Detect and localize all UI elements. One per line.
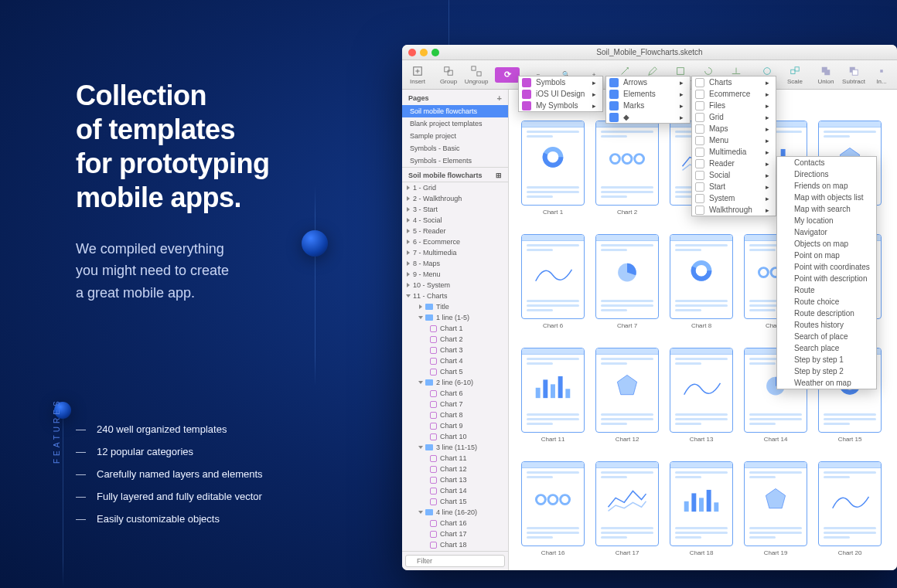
layer-group[interactable]: 9 - Menu bbox=[402, 269, 508, 280]
menu-item[interactable]: ◆▸ bbox=[606, 111, 690, 123]
menu-item[interactable]: Walkthrough▸ bbox=[692, 204, 776, 216]
menu-item[interactable]: My Symbols▸ bbox=[519, 100, 602, 111]
symbols-submenu-1[interactable]: Arrows▸Elements▸Marks▸◆▸ bbox=[605, 76, 691, 124]
layer-artboard[interactable]: Chart 17 bbox=[402, 529, 508, 539]
canvas-artboard[interactable]: Chart 12 bbox=[595, 348, 659, 443]
menu-item[interactable]: Map with search bbox=[777, 203, 876, 215]
menu-item[interactable]: Start▸ bbox=[692, 181, 776, 192]
layer-group[interactable]: 2 - Walkthrough bbox=[402, 193, 508, 204]
filter-input[interactable] bbox=[405, 555, 505, 567]
layer-group[interactable]: 8 - Maps bbox=[402, 258, 508, 269]
layer-artboard[interactable]: Chart 2 bbox=[402, 334, 508, 345]
layer-artboard[interactable]: Chart 6 bbox=[402, 388, 508, 399]
layer-group[interactable]: 3 - Start bbox=[402, 204, 508, 215]
page-item[interactable]: Blank project templates bbox=[402, 117, 508, 130]
menu-item[interactable]: Step by step 1 bbox=[777, 354, 876, 365]
page-item[interactable]: Symbols - Elements bbox=[402, 155, 508, 167]
menu-item[interactable]: Point with coordinates bbox=[777, 261, 876, 273]
intersect-button[interactable]: In... bbox=[869, 62, 894, 88]
menu-item[interactable]: Reader▸ bbox=[692, 158, 776, 169]
canvas-artboard[interactable]: Chart 16 bbox=[521, 461, 585, 556]
menu-item[interactable]: Files▸ bbox=[692, 100, 776, 111]
layer-folder[interactable]: 2 line (6-10) bbox=[402, 377, 508, 388]
union-button[interactable]: Union bbox=[813, 62, 838, 88]
layer-artboard[interactable]: Chart 10 bbox=[402, 431, 508, 442]
menu-item[interactable]: Directions bbox=[777, 168, 876, 180]
menu-item[interactable]: Charts▸ bbox=[692, 76, 776, 88]
close-icon[interactable] bbox=[408, 49, 416, 56]
canvas-artboard[interactable]: Chart 13 bbox=[670, 348, 733, 443]
layer-artboard[interactable]: Chart 4 bbox=[402, 355, 508, 366]
menu-item[interactable]: Multimedia▸ bbox=[692, 146, 776, 158]
symbols-submenu-2[interactable]: Charts▸Ecommerce▸Files▸Grid▸Maps▸Menu▸Mu… bbox=[691, 76, 776, 216]
layer-artboard[interactable]: Chart 9 bbox=[402, 420, 508, 431]
menu-item[interactable]: Maps▸ bbox=[692, 123, 776, 134]
menu-item[interactable]: Marks▸ bbox=[606, 100, 690, 111]
layer-artboard[interactable]: Chart 8 bbox=[402, 410, 508, 420]
menu-item[interactable]: My location bbox=[777, 215, 876, 226]
menu-item[interactable]: iOS UI Design▸ bbox=[519, 88, 602, 100]
menu-item[interactable]: Elements▸ bbox=[606, 88, 690, 100]
menu-item[interactable]: Point on map bbox=[777, 250, 876, 261]
layer-artboard[interactable]: Chart 12 bbox=[402, 464, 508, 474]
symbols-menu[interactable]: Symbols▸iOS UI Design▸My Symbols▸ bbox=[518, 76, 603, 112]
canvas-artboard[interactable]: Chart 20 bbox=[818, 461, 882, 556]
minimize-icon[interactable] bbox=[420, 49, 428, 56]
canvas-artboard[interactable]: Chart 19 bbox=[744, 461, 807, 556]
menu-item[interactable]: System▸ bbox=[692, 192, 776, 204]
subtract-button[interactable]: Subtract bbox=[841, 62, 866, 88]
menu-item[interactable]: Symbols▸ bbox=[519, 76, 602, 88]
menu-item[interactable]: Ecommerce▸ bbox=[692, 88, 776, 100]
layer-artboard[interactable]: Chart 14 bbox=[402, 485, 508, 496]
menu-item[interactable]: Point with description bbox=[777, 273, 876, 284]
menu-item[interactable]: Route bbox=[777, 284, 876, 296]
layer-artboard[interactable]: Chart 3 bbox=[402, 345, 508, 355]
page-item[interactable]: Symbols - Basic bbox=[402, 142, 508, 155]
grid-icon[interactable]: ⊞ bbox=[496, 172, 502, 179]
page-item[interactable]: Soil mobile flowcharts bbox=[402, 105, 508, 117]
layer-artboard[interactable]: Chart 13 bbox=[402, 474, 508, 485]
layer-group[interactable]: 4 - Social bbox=[402, 215, 508, 226]
scale-button[interactable]: Scale bbox=[783, 62, 807, 88]
layer-artboard[interactable]: Chart 16 bbox=[402, 518, 508, 529]
menu-item[interactable]: Step by step 2 bbox=[777, 365, 876, 377]
layer-group[interactable]: 1 - Grid bbox=[402, 182, 508, 193]
symbols-submenu-3[interactable]: ContactsDirectionsFriends on mapMap with… bbox=[776, 156, 877, 389]
layer-folder[interactable]: 1 line (1-5) bbox=[402, 312, 508, 323]
canvas-artboard[interactable]: Chart 11 bbox=[521, 348, 585, 443]
layer-group[interactable]: 7 - Multimedia bbox=[402, 247, 508, 258]
menu-item[interactable]: Search of place bbox=[777, 331, 876, 342]
canvas-artboard[interactable]: Chart 6 bbox=[521, 234, 585, 329]
canvas-artboard[interactable]: Chart 17 bbox=[595, 461, 659, 556]
layer-folder[interactable]: 3 line (11-15) bbox=[402, 442, 508, 453]
layer-artboard[interactable]: Chart 5 bbox=[402, 366, 508, 377]
layer-artboard[interactable]: Chart 7 bbox=[402, 399, 508, 410]
layer-group[interactable]: 5 - Reader bbox=[402, 226, 508, 236]
layer-artboard[interactable]: Chart 1 bbox=[402, 323, 508, 334]
menu-item[interactable]: Route choice bbox=[777, 296, 876, 308]
layer-folder[interactable]: Title bbox=[402, 301, 508, 312]
menu-item[interactable]: Grid▸ bbox=[692, 111, 776, 123]
layer-group[interactable]: 10 - System bbox=[402, 280, 508, 291]
menu-item[interactable]: Search place bbox=[777, 342, 876, 354]
layer-artboard[interactable]: Chart 18 bbox=[402, 539, 508, 550]
menu-item[interactable]: Social▸ bbox=[692, 169, 776, 181]
layer-artboard[interactable]: Chart 15 bbox=[402, 496, 508, 507]
canvas-artboard[interactable]: Chart 2 bbox=[595, 121, 659, 216]
menu-item[interactable]: Weather on map bbox=[777, 377, 876, 389]
menu-item[interactable]: Navigator bbox=[777, 226, 876, 238]
layer-group[interactable]: 6 - Ecommerce bbox=[402, 236, 508, 247]
layer-artboard[interactable]: Chart 11 bbox=[402, 453, 508, 464]
menu-item[interactable]: Map with objects list bbox=[777, 192, 876, 203]
canvas-artboard[interactable]: Chart 18 bbox=[670, 461, 733, 556]
canvas-artboard[interactable]: Chart 7 bbox=[595, 234, 659, 329]
menu-item[interactable]: Friends on map bbox=[777, 180, 876, 192]
canvas-artboard[interactable]: Chart 8 bbox=[670, 234, 733, 329]
layer-group[interactable]: 11 - Charts bbox=[402, 291, 508, 301]
ungroup-button[interactable]: Ungroup bbox=[464, 62, 489, 88]
symbol-button[interactable]: ⟳ bbox=[495, 67, 520, 83]
fullscreen-icon[interactable] bbox=[431, 49, 439, 56]
menu-item[interactable]: Route description bbox=[777, 308, 876, 319]
insert-button[interactable]: Insert bbox=[405, 62, 430, 88]
menu-item[interactable]: Arrows▸ bbox=[606, 76, 690, 88]
